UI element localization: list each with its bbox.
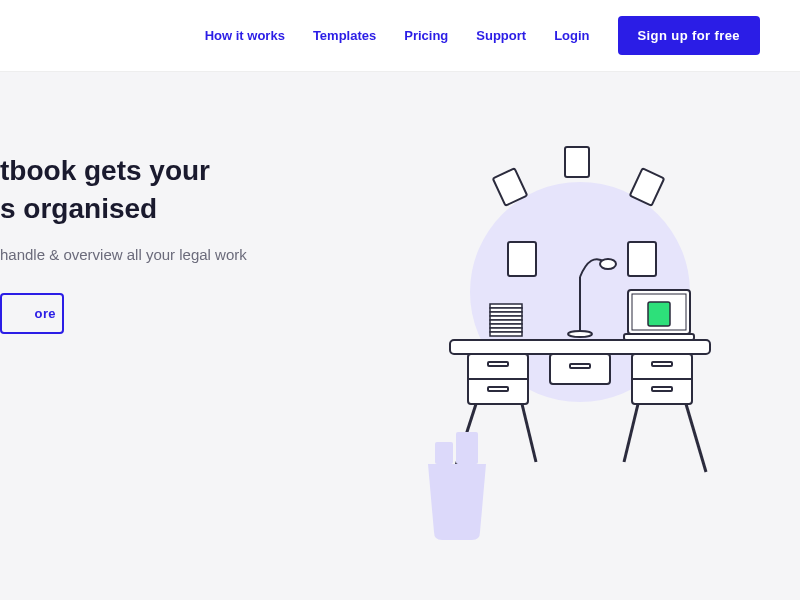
svg-point-6 [600,259,616,269]
svg-rect-25 [488,387,508,391]
svg-rect-27 [570,364,590,368]
hero-section: tbook gets your s organised handle & ove… [0,72,800,600]
svg-line-34 [624,404,638,462]
nav-how-it-works[interactable]: How it works [205,28,285,43]
svg-rect-5 [628,242,656,276]
svg-line-35 [686,404,706,472]
svg-line-33 [522,404,536,462]
hero-title-line1: tbook gets your [0,155,210,186]
signup-button[interactable]: Sign up for free [618,16,760,55]
svg-rect-31 [652,387,672,391]
svg-rect-4 [508,242,536,276]
hero-title-line2: s organised [0,193,157,224]
nav-support[interactable]: Support [476,28,526,43]
hero-illustration-wrap [360,152,800,600]
svg-point-8 [568,331,592,337]
nav-pricing[interactable]: Pricing [404,28,448,43]
svg-rect-30 [652,362,672,366]
hero-subtitle: handle & overview all your legal work [0,246,360,263]
learn-more-button[interactable]: ore [0,293,64,334]
nav-templates[interactable]: Templates [313,28,376,43]
hero-text: tbook gets your s organised handle & ove… [0,152,360,600]
svg-rect-37 [456,432,478,464]
nav-login[interactable]: Login [554,28,589,43]
svg-rect-16 [490,332,522,336]
svg-rect-36 [435,442,453,464]
header-nav: How it works Templates Pricing Support L… [0,0,800,72]
svg-rect-24 [488,362,508,366]
svg-rect-2 [565,147,589,177]
hero-title: tbook gets your s organised [0,152,360,228]
svg-rect-19 [648,302,670,326]
svg-rect-21 [450,340,710,354]
desk-illustration [380,132,780,552]
